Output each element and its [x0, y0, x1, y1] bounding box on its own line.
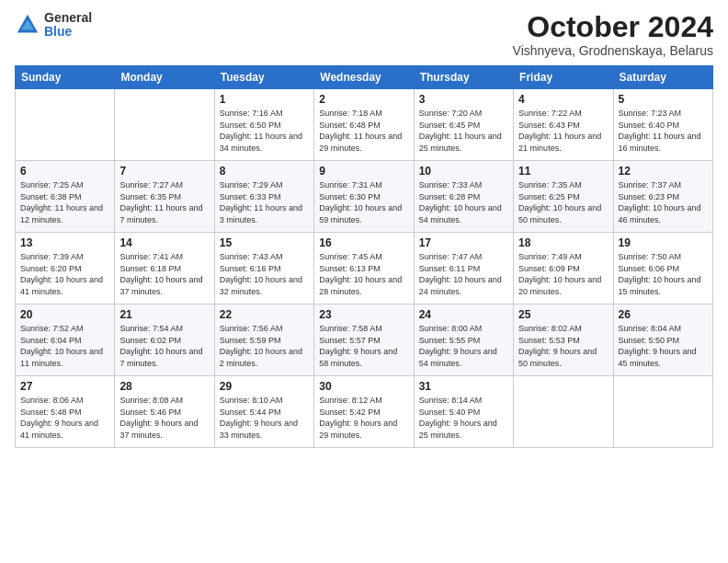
table-row: 25Sunrise: 8:02 AMSunset: 5:53 PMDayligh…: [514, 304, 613, 376]
col-sunday: Sunday: [16, 66, 115, 89]
day-number: 22: [220, 308, 309, 321]
table-row: 30Sunrise: 8:12 AMSunset: 5:42 PMDayligh…: [314, 376, 414, 448]
day-number: 24: [419, 308, 508, 321]
logo-general: General: [44, 11, 92, 25]
table-row: 3Sunrise: 7:20 AMSunset: 6:45 PMDaylight…: [414, 89, 513, 161]
table-row: 7Sunrise: 7:27 AMSunset: 6:35 PMDaylight…: [115, 161, 214, 233]
table-row: 19Sunrise: 7:50 AMSunset: 6:06 PMDayligh…: [613, 233, 712, 304]
day-number: 26: [619, 308, 708, 321]
day-number: 19: [619, 236, 708, 249]
title-block: October 2024 Vishnyeva, Grodnenskaya, Be…: [513, 11, 713, 58]
table-row: 5Sunrise: 7:23 AMSunset: 6:40 PMDaylight…: [613, 89, 712, 161]
day-number: 25: [518, 308, 608, 321]
cell-text: Sunrise: 8:14 AMSunset: 5:40 PMDaylight:…: [419, 396, 497, 440]
table-row: [115, 89, 214, 161]
cell-text: Sunrise: 7:49 AMSunset: 6:09 PMDaylight:…: [518, 252, 601, 296]
day-number: 3: [419, 93, 508, 106]
day-number: 18: [518, 236, 608, 249]
day-number: 28: [119, 380, 209, 393]
table-row: [514, 376, 613, 448]
cell-text: Sunrise: 7:37 AMSunset: 6:23 PMDaylight:…: [619, 180, 701, 224]
day-number: 5: [619, 93, 708, 106]
header-row: Sunday Monday Tuesday Wednesday Thursday…: [16, 66, 713, 89]
logo-text: General Blue: [44, 11, 92, 40]
table-row: 29Sunrise: 8:10 AMSunset: 5:44 PMDayligh…: [214, 376, 313, 448]
cell-text: Sunrise: 7:56 AMSunset: 5:59 PMDaylight:…: [220, 324, 302, 368]
day-number: 17: [419, 236, 508, 249]
location-subtitle: Vishnyeva, Grodnenskaya, Belarus: [513, 43, 713, 58]
page: General Blue October 2024 Vishnyeva, Gro…: [0, 0, 728, 563]
table-row: 20Sunrise: 7:52 AMSunset: 6:04 PMDayligh…: [16, 304, 115, 376]
cell-text: Sunrise: 8:10 AMSunset: 5:44 PMDaylight:…: [220, 396, 298, 440]
col-saturday: Saturday: [613, 66, 712, 89]
header: General Blue October 2024 Vishnyeva, Gro…: [15, 11, 713, 58]
day-number: 29: [220, 380, 309, 393]
table-row: 21Sunrise: 7:54 AMSunset: 6:02 PMDayligh…: [115, 304, 214, 376]
cell-text: Sunrise: 7:29 AMSunset: 6:33 PMDaylight:…: [220, 180, 302, 224]
table-row: 27Sunrise: 8:06 AMSunset: 5:48 PMDayligh…: [16, 376, 115, 448]
day-number: 13: [20, 236, 109, 249]
table-row: 11Sunrise: 7:35 AMSunset: 6:25 PMDayligh…: [514, 161, 613, 233]
col-friday: Friday: [514, 66, 613, 89]
day-number: 11: [518, 165, 608, 178]
cell-text: Sunrise: 8:12 AMSunset: 5:42 PMDaylight:…: [319, 396, 397, 440]
col-thursday: Thursday: [414, 66, 513, 89]
table-row: 31Sunrise: 8:14 AMSunset: 5:40 PMDayligh…: [414, 376, 513, 448]
cell-text: Sunrise: 7:25 AMSunset: 6:38 PMDaylight:…: [20, 180, 103, 224]
cell-text: Sunrise: 7:22 AMSunset: 6:43 PMDaylight:…: [518, 109, 601, 153]
day-number: 2: [319, 93, 408, 106]
day-number: 21: [119, 308, 209, 321]
table-row: 22Sunrise: 7:56 AMSunset: 5:59 PMDayligh…: [214, 304, 313, 376]
cell-text: Sunrise: 7:31 AMSunset: 6:30 PMDaylight:…: [319, 180, 402, 224]
day-number: 30: [319, 380, 408, 393]
logo-blue: Blue: [44, 25, 92, 39]
table-row: 13Sunrise: 7:39 AMSunset: 6:20 PMDayligh…: [16, 233, 115, 304]
table-row: 6Sunrise: 7:25 AMSunset: 6:38 PMDaylight…: [16, 161, 115, 233]
day-number: 1: [220, 93, 309, 106]
day-number: 14: [119, 236, 209, 249]
day-number: 23: [319, 308, 408, 321]
cell-text: Sunrise: 7:35 AMSunset: 6:25 PMDaylight:…: [518, 180, 601, 224]
table-row: 10Sunrise: 7:33 AMSunset: 6:28 PMDayligh…: [414, 161, 513, 233]
day-number: 15: [220, 236, 309, 249]
cell-text: Sunrise: 7:47 AMSunset: 6:11 PMDaylight:…: [419, 252, 502, 296]
cell-text: Sunrise: 8:08 AMSunset: 5:46 PMDaylight:…: [119, 396, 198, 440]
day-number: 7: [119, 165, 209, 178]
calendar-table: Sunday Monday Tuesday Wednesday Thursday…: [15, 65, 713, 448]
day-number: 4: [518, 93, 608, 106]
table-row: 9Sunrise: 7:31 AMSunset: 6:30 PMDaylight…: [314, 161, 414, 233]
cell-text: Sunrise: 7:50 AMSunset: 6:06 PMDaylight:…: [619, 252, 701, 296]
logo: General Blue: [15, 11, 92, 40]
table-row: 26Sunrise: 8:04 AMSunset: 5:50 PMDayligh…: [613, 304, 712, 376]
month-title: October 2024: [513, 11, 713, 43]
table-row: 18Sunrise: 7:49 AMSunset: 6:09 PMDayligh…: [514, 233, 613, 304]
cell-text: Sunrise: 7:58 AMSunset: 5:57 PMDaylight:…: [319, 324, 397, 368]
table-row: [16, 89, 115, 161]
cell-text: Sunrise: 8:04 AMSunset: 5:50 PMDaylight:…: [619, 324, 697, 368]
cell-text: Sunrise: 7:27 AMSunset: 6:35 PMDaylight:…: [119, 180, 202, 224]
cell-text: Sunrise: 8:02 AMSunset: 5:53 PMDaylight:…: [518, 324, 597, 368]
table-row: 14Sunrise: 7:41 AMSunset: 6:18 PMDayligh…: [115, 233, 214, 304]
cell-text: Sunrise: 7:33 AMSunset: 6:28 PMDaylight:…: [419, 180, 502, 224]
day-number: 31: [419, 380, 508, 393]
table-row: 28Sunrise: 8:08 AMSunset: 5:46 PMDayligh…: [115, 376, 214, 448]
table-row: 24Sunrise: 8:00 AMSunset: 5:55 PMDayligh…: [414, 304, 513, 376]
cell-text: Sunrise: 7:18 AMSunset: 6:48 PMDaylight:…: [319, 109, 402, 153]
day-number: 12: [619, 165, 708, 178]
cell-text: Sunrise: 7:20 AMSunset: 6:45 PMDaylight:…: [419, 109, 502, 153]
day-number: 6: [20, 165, 109, 178]
day-number: 10: [419, 165, 508, 178]
table-row: 1Sunrise: 7:16 AMSunset: 6:50 PMDaylight…: [214, 89, 313, 161]
table-row: 17Sunrise: 7:47 AMSunset: 6:11 PMDayligh…: [414, 233, 513, 304]
table-row: [613, 376, 712, 448]
table-row: 4Sunrise: 7:22 AMSunset: 6:43 PMDaylight…: [514, 89, 613, 161]
logo-icon: [15, 12, 40, 38]
cell-text: Sunrise: 7:43 AMSunset: 6:16 PMDaylight:…: [220, 252, 302, 296]
col-tuesday: Tuesday: [214, 66, 313, 89]
cell-text: Sunrise: 7:41 AMSunset: 6:18 PMDaylight:…: [119, 252, 202, 296]
day-number: 16: [319, 236, 408, 249]
table-row: 16Sunrise: 7:45 AMSunset: 6:13 PMDayligh…: [314, 233, 414, 304]
cell-text: Sunrise: 7:52 AMSunset: 6:04 PMDaylight:…: [20, 324, 103, 368]
table-row: 2Sunrise: 7:18 AMSunset: 6:48 PMDaylight…: [314, 89, 414, 161]
col-wednesday: Wednesday: [314, 66, 414, 89]
